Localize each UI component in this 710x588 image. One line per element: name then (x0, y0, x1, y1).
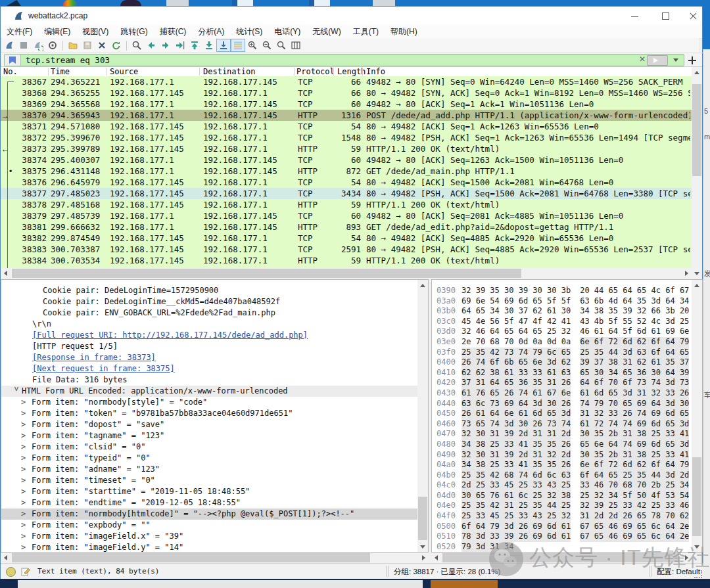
hex-row[interactable]: 04d030 65 76 61 6c 25 32 3825 32 34 5f 5… (432, 491, 702, 501)
packet-row[interactable]: 38382299.874549192.168.177.145192.168.17… (1, 233, 692, 244)
hex-row[interactable]: 043061 76 65 26 74 61 67 6e61 6d 65 3d 3… (432, 388, 702, 399)
detail-line[interactable]: >Form item: "normbody[htmlcode]" = "--><… (1, 509, 428, 520)
column-header-protocol[interactable]: Protocol (296, 67, 335, 76)
filter-bookmark-icon[interactable] (5, 55, 21, 66)
scroll-up-arrow[interactable] (692, 280, 702, 290)
detail-line[interactable]: >Form item: "timeset" = "0" (1, 475, 428, 486)
column-separator[interactable] (48, 68, 49, 76)
packet-row[interactable]: 38374295.400307192.168.177.1192.168.177.… (1, 154, 692, 166)
taskbar-item[interactable] (431, 580, 498, 588)
scroll-left-arrow[interactable] (1, 553, 11, 563)
hex-row[interactable]: 042037 31 64 65 36 35 31 2664 6f 70 6f 7… (432, 378, 702, 388)
expand-icon[interactable]: > (21, 419, 32, 430)
menu-item-7[interactable]: 电话(Y) (268, 25, 306, 37)
scroll-down-arrow[interactable] (417, 541, 428, 552)
go-last-icon[interactable] (202, 39, 216, 52)
bytes-hscrollbar[interactable] (431, 553, 692, 563)
hex-row[interactable]: 049032 30 31 39 2d 31 32 2d30 35 2b 31 3… (432, 450, 702, 461)
packet-row[interactable]: 38379297.485739192.168.177.1192.168.177.… (1, 210, 692, 221)
detail-line[interactable]: >Form item: "imageField.y" = "14" (1, 542, 428, 553)
hex-row[interactable]: 03b064 65 34 30 37 62 61 3034 38 35 39 3… (432, 306, 702, 317)
detail-line[interactable]: >Form item: "typeid" = "0" (1, 453, 428, 464)
expert-info-icon[interactable] (6, 567, 16, 577)
scroll-up-arrow[interactable] (417, 280, 428, 290)
scroll-right-arrow[interactable] (418, 553, 429, 563)
column-header-source[interactable]: Source (110, 67, 138, 76)
menu-item-8[interactable]: 无线(W) (306, 25, 346, 37)
scroll-down-arrow[interactable] (692, 268, 702, 279)
zoom-reset-icon[interactable] (274, 39, 289, 52)
hex-row[interactable]: 04b025 35 42 68 74 6d 6c 636f 64 65 25 3… (432, 470, 702, 481)
go-forward-icon[interactable] (158, 39, 173, 52)
capture-options-icon[interactable] (45, 39, 60, 52)
zoom-in-icon[interactable] (245, 39, 260, 52)
hex-row[interactable]: 03c045 4e 56 5f 47 4f 42 4143 4b 5f 55 5… (432, 317, 702, 327)
column-header-info[interactable]: Info (366, 67, 385, 76)
packet-list-vscrollbar[interactable] (692, 67, 702, 279)
packet-row[interactable]: 38372295.399670192.168.177.145192.168.17… (1, 132, 692, 143)
expand-icon[interactable]: > (21, 475, 32, 486)
packet-row[interactable]: 38368294.365255192.168.177.145192.168.17… (1, 87, 692, 99)
expand-icon[interactable]: > (21, 520, 32, 531)
column-separator[interactable] (362, 68, 363, 76)
details-vscrollbar[interactable] (417, 280, 428, 552)
detail-line[interactable]: >Form item: "clsid" = "0" (1, 441, 428, 453)
scrollbar-thumb[interactable] (12, 553, 370, 562)
find-packet-icon[interactable] (130, 39, 144, 52)
detail-line[interactable]: >Form item: "token" = "b9781ba57bb8a33ac… (1, 408, 428, 419)
packet-row[interactable]: 38369294.365568192.168.177.1192.168.177.… (1, 99, 692, 110)
bytes-vscrollbar[interactable] (692, 280, 702, 552)
hex-row[interactable]: 03d032 46 64 65 64 65 25 3246 61 64 5f 6… (432, 327, 702, 337)
hex-row[interactable]: 039032 39 35 30 39 30 30 3b20 44 65 64 6… (432, 286, 702, 296)
detail-line[interactable]: >Form item: "endtime" = "2019-12-05 18:4… (1, 497, 428, 509)
detail-line[interactable]: >HTML Form URL Encoded: application/x-ww… (1, 386, 428, 397)
hex-row[interactable]: 03f025 35 42 73 74 79 6c 6525 35 44 3d 6… (432, 348, 702, 358)
detail-line[interactable]: >Form item: "expbody" = "" (1, 520, 428, 531)
colorize-icon[interactable] (231, 39, 245, 52)
minimize-button[interactable] (624, 7, 646, 25)
profile-status[interactable]: 配置: Default (657, 567, 700, 577)
collapse-icon[interactable]: > (11, 386, 22, 397)
scroll-down-arrow[interactable] (692, 541, 702, 552)
auto-scroll-icon[interactable] (216, 39, 231, 52)
close-file-icon[interactable] (95, 39, 109, 52)
menu-item-1[interactable]: 编辑(E) (38, 25, 76, 37)
packet-row[interactable]: 38381299.666632192.168.177.1192.168.177.… (1, 221, 692, 233)
detail-line[interactable]: >Form item: "tagname" = "123" (1, 430, 428, 441)
hex-row[interactable]: 041062 62 38 61 33 33 61 6365 30 34 65 3… (432, 368, 702, 378)
detail-line[interactable]: Cookie pair: DedeLoginTime=1572950900 (1, 285, 428, 296)
capture-comment-icon[interactable] (20, 566, 31, 579)
hex-row[interactable]: 05006f 64 79 3d 26 69 6d 6167 65 46 69 6… (432, 522, 702, 532)
packet-row[interactable]: 38383300.703387192.168.177.145192.168.17… (1, 244, 692, 255)
hex-row[interactable]: 03a069 6e 54 69 6d 65 5f 5f63 6b 4d 64 3… (432, 296, 702, 307)
filter-clear-icon[interactable]: ✕ (639, 55, 646, 64)
scroll-right-arrow[interactable] (681, 553, 692, 563)
hex-row[interactable]: 04c02d 25 33 45 25 33 43 2533 46 70 68 7… (432, 480, 702, 491)
menu-item-9[interactable]: 工具(T) (347, 25, 385, 37)
hex-row[interactable]: 048034 38 25 33 41 35 35 2665 6e 64 74 6… (432, 440, 702, 450)
detail-line[interactable]: Cookie pair: DedeLoginTime__ckMd5=d4de40… (1, 296, 428, 307)
packet-row[interactable]: 38367294.365221192.168.177.1192.168.177.… (1, 76, 692, 87)
detail-line[interactable]: >Form item: "adname" = "123" (1, 464, 428, 475)
expand-icon[interactable]: > (21, 453, 32, 464)
hex-row[interactable]: 051078 3d 33 39 26 69 6d 6167 65 46 69 6… (432, 531, 702, 542)
menu-item-2[interactable]: 视图(V) (76, 25, 114, 37)
detail-line[interactable]: >Form item: "dopost" = "save" (1, 419, 428, 430)
expand-icon[interactable]: > (21, 531, 32, 542)
scrollbar-thumb[interactable] (692, 457, 701, 536)
packet-row[interactable]: 38376296.645979192.168.177.145192.168.17… (1, 177, 692, 188)
expand-icon[interactable]: > (21, 397, 32, 408)
go-first-icon[interactable] (187, 39, 202, 52)
hex-row[interactable]: 046073 65 74 3d 30 26 73 7461 72 74 74 6… (432, 419, 702, 430)
scroll-left-arrow[interactable] (1, 268, 11, 279)
packet-list-hscrollbar[interactable] (1, 268, 692, 279)
detail-line[interactable]: >Form item: "starttime" = "2019-11-05 18… (1, 486, 428, 497)
expand-icon[interactable]: > (21, 486, 32, 497)
resize-grip[interactable] (694, 570, 702, 578)
start-capture-icon[interactable] (2, 39, 16, 52)
scrollbar-thumb[interactable] (418, 497, 427, 540)
column-separator[interactable] (199, 68, 200, 76)
hex-row[interactable]: 044063 6c 73 69 64 3d 30 2674 79 70 65 6… (432, 399, 702, 409)
scrollbar-thumb[interactable] (692, 84, 701, 176)
column-separator[interactable] (106, 68, 106, 76)
